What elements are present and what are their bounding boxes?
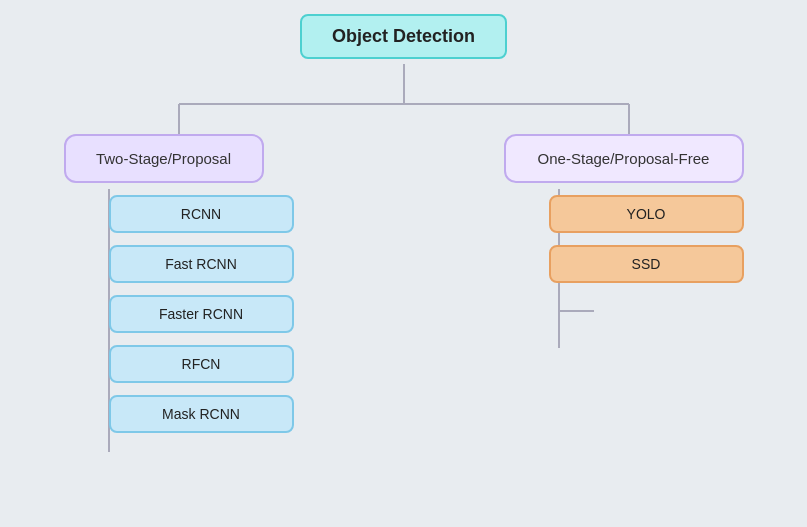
list-item: YOLO bbox=[504, 195, 744, 233]
list-item: RCNN bbox=[64, 195, 294, 233]
rcnn-node: RCNN bbox=[109, 195, 294, 233]
left-children: RCNN Fast RCNN Faster RCNN RFCN bbox=[64, 195, 294, 433]
diagram: Object Detection Two-Stage/Proposal bbox=[14, 14, 794, 514]
list-item: Mask RCNN bbox=[64, 395, 294, 433]
faster-rcnn-label: Faster RCNN bbox=[159, 306, 243, 322]
right-category-label: One-Stage/Proposal-Free bbox=[538, 150, 710, 167]
rfcn-node: RFCN bbox=[109, 345, 294, 383]
faster-rcnn-node: Faster RCNN bbox=[109, 295, 294, 333]
list-item: SSD bbox=[504, 245, 744, 283]
list-item: Fast RCNN bbox=[64, 245, 294, 283]
ssd-node: SSD bbox=[549, 245, 744, 283]
ssd-label: SSD bbox=[632, 256, 661, 272]
list-item: Faster RCNN bbox=[64, 295, 294, 333]
left-category-label: Two-Stage/Proposal bbox=[96, 150, 231, 167]
rfcn-label: RFCN bbox=[182, 356, 221, 372]
fast-rcnn-label: Fast RCNN bbox=[165, 256, 237, 272]
yolo-node: YOLO bbox=[549, 195, 744, 233]
mask-rcnn-label: Mask RCNN bbox=[162, 406, 240, 422]
yolo-label: YOLO bbox=[627, 206, 666, 222]
list-item: RFCN bbox=[64, 345, 294, 383]
left-branch: Two-Stage/Proposal RCNN Fast RCNN Faster… bbox=[64, 134, 294, 433]
root-label: Object Detection bbox=[332, 26, 475, 46]
root-node: Object Detection bbox=[300, 14, 507, 59]
rcnn-label: RCNN bbox=[181, 206, 221, 222]
mask-rcnn-node: Mask RCNN bbox=[109, 395, 294, 433]
fast-rcnn-node: Fast RCNN bbox=[109, 245, 294, 283]
right-category-node: One-Stage/Proposal-Free bbox=[504, 134, 744, 183]
right-children: YOLO SSD bbox=[504, 195, 744, 283]
left-category-node: Two-Stage/Proposal bbox=[64, 134, 264, 183]
right-branch: One-Stage/Proposal-Free YOLO SSD bbox=[504, 134, 744, 283]
